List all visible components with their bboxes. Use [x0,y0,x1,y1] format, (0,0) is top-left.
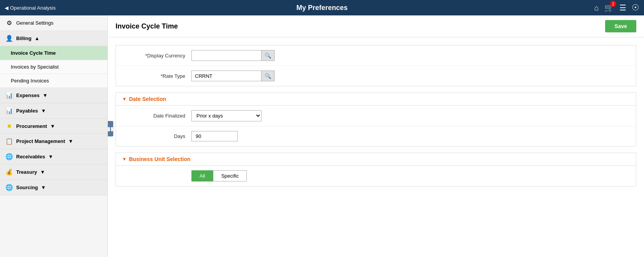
main-content: Invoice Cycle Time Save *Display Currenc… [108,15,644,257]
date-finalized-row: Date Finalized Prior x days Specific Dat… [116,106,636,126]
business-unit-section: ▼ Business Unit Selection All Specific [116,153,636,186]
user-icon: ☉ [632,3,639,13]
home-button[interactable]: ⌂ [594,3,599,12]
menu-button[interactable]: ☰ [619,3,626,12]
project-management-chevron-icon: ▼ [68,138,73,144]
save-button[interactable]: Save [605,20,636,32]
rate-type-search-button[interactable]: 🔍 [261,71,274,81]
menu-icon: ☰ [619,3,626,12]
sidebar-category-billing[interactable]: 👤 Billing ▲ [0,31,107,46]
display-currency-input[interactable] [192,51,261,60]
cart-badge: 2 [610,1,616,7]
sidebar: ⚙ General Settings 👤 Billing ▲ Invoice C… [0,15,108,257]
sidebar-category-procurement[interactable]: ■ Procurement ▼ [0,119,107,134]
rate-type-input-wrapper: 🔍 [191,71,275,81]
business-unit-row: All Specific [116,166,636,186]
project-management-icon: 📋 [5,138,13,145]
business-unit-header[interactable]: ▼ Business Unit Selection [116,153,636,166]
currency-rate-section: *Display Currency 🔍 *Rate Type 🔍 [116,45,636,86]
treasury-icon: 💰 [5,168,13,176]
business-unit-all-button[interactable]: All [191,170,213,181]
page-title-bar: Invoice Cycle Time Save [108,15,644,37]
payables-label: Payables [16,108,38,114]
procurement-label: Procurement [16,123,47,129]
procurement-chevron-icon: ▼ [50,123,55,129]
home-icon: ⌂ [594,3,599,12]
project-management-label: Project Management [16,138,65,144]
invoice-cycle-time-label: Invoice Cycle Time [11,50,56,56]
business-unit-specific-button[interactable]: Specific [213,170,247,181]
sidebar-category-project-management[interactable]: 📋 Project Management ▼ [0,134,107,149]
sidebar-collapse-handle[interactable]: ▮▮ [108,121,113,136]
date-selection-title: Date Selection [129,96,166,102]
billing-chevron-icon: ▲ [35,35,40,41]
expenses-label: Expenses [16,92,40,98]
main-layout: ⚙ General Settings 👤 Billing ▲ Invoice C… [0,15,644,257]
rate-type-row: *Rate Type 🔍 [116,66,636,86]
procurement-icon: ■ [5,123,13,129]
display-currency-row: *Display Currency 🔍 [116,45,636,66]
header-right-icons: ⌂ 🛒 2 ☰ ☉ [594,3,639,13]
payables-chevron-icon: ▼ [41,108,46,114]
form-area: *Display Currency 🔍 *Rate Type 🔍 [108,37,644,200]
business-unit-title: Business Unit Selection [129,156,190,162]
rate-type-label: *Rate Type [124,73,185,79]
sidebar-item-general-settings[interactable]: ⚙ General Settings [0,15,107,31]
display-currency-label: *Display Currency [124,53,185,59]
display-currency-input-wrapper: 🔍 [191,50,275,61]
treasury-chevron-icon: ▼ [40,169,45,175]
handle-icon: ▮▮ [107,126,114,132]
date-finalized-select-wrapper: Prior x days Specific Date Current Perio… [191,110,262,121]
date-finalized-select[interactable]: Prior x days Specific Date Current Perio… [192,111,261,121]
receivables-label: Receivables [16,154,45,160]
treasury-label: Treasury [16,169,37,175]
back-label: Operational Analysis [10,5,56,11]
invoices-by-specialist-label: Invoices by Specialist [11,64,59,70]
sourcing-label: Sourcing [16,185,38,190]
top-header: ◀ Operational Analysis My Preferences ⌂ … [0,0,644,15]
pending-invoices-label: Pending Invoices [11,78,49,84]
days-label: Days [124,133,185,139]
sidebar-category-payables[interactable]: 📊 Payables ▼ [0,103,107,119]
sidebar-category-sourcing[interactable]: 🌐 Sourcing ▼ [0,180,107,195]
sidebar-category-receivables[interactable]: 🌐 Receivables ▼ [0,149,107,165]
sidebar-item-invoices-by-specialist[interactable]: Invoices by Specialist [0,60,107,74]
business-unit-btn-group: All Specific [191,170,247,181]
rate-type-input[interactable] [192,71,261,81]
page-title: Invoice Cycle Time [116,22,178,30]
general-settings-label: General Settings [16,20,102,26]
back-button[interactable]: ◀ Operational Analysis [5,5,56,11]
date-selection-collapse-icon: ▼ [122,96,127,102]
cart-button[interactable]: 🛒 2 [604,3,614,12]
date-selection-header[interactable]: ▼ Date Selection [116,93,636,106]
sourcing-chevron-icon: ▼ [41,185,46,190]
user-button[interactable]: ☉ [632,3,639,13]
expenses-icon: 📊 [5,92,13,99]
date-finalized-label: Date Finalized [124,113,185,119]
receivables-icon: 🌐 [5,153,13,160]
days-row: Days [116,126,636,146]
chevron-left-icon: ◀ [5,5,8,11]
receivables-chevron-icon: ▼ [48,154,53,160]
display-currency-search-button[interactable]: 🔍 [261,50,274,60]
billing-label: Billing [16,35,32,41]
general-settings-icon: ⚙ [5,19,13,27]
billing-icon: 👤 [5,35,13,42]
sidebar-category-expenses[interactable]: 📊 Expenses ▼ [0,88,107,103]
sidebar-item-pending-invoices[interactable]: Pending Invoices [0,74,107,88]
expenses-chevron-icon: ▼ [43,92,48,98]
business-unit-collapse-icon: ▼ [122,156,127,162]
date-selection-section: ▼ Date Selection Date Finalized Prior x … [116,92,636,146]
page-header-title: My Preferences [296,4,347,12]
sidebar-category-treasury[interactable]: 💰 Treasury ▼ [0,165,107,180]
payables-icon: 📊 [5,107,13,114]
sourcing-icon: 🌐 [5,184,13,191]
sidebar-item-invoice-cycle-time[interactable]: Invoice Cycle Time [0,46,107,60]
days-input[interactable] [191,131,238,141]
